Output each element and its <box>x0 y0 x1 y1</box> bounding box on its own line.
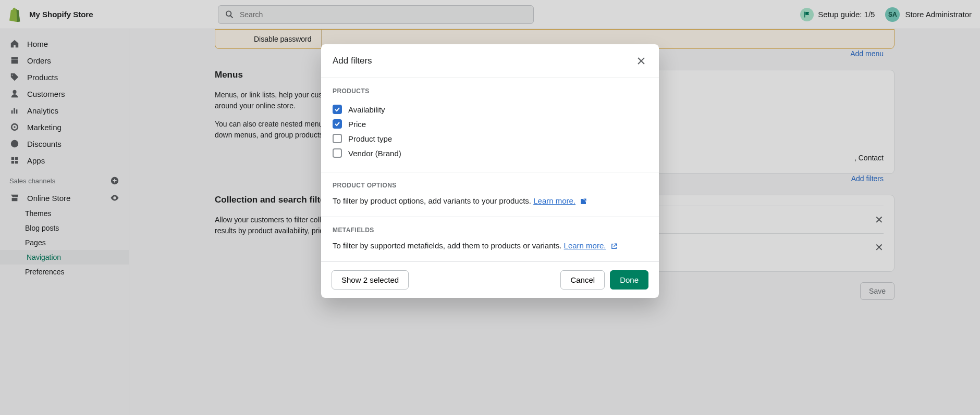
modal-section-title: METAFIELDS <box>333 227 647 234</box>
modal-section-title: PRODUCTS <box>333 87 647 95</box>
show-selected-button[interactable]: Show 2 selected <box>332 270 409 290</box>
modal-body: PRODUCTS Availability Price Product type <box>321 78 659 261</box>
done-button[interactable]: Done <box>610 270 648 290</box>
external-link-icon <box>580 198 587 205</box>
modal-section-product-options: PRODUCT OPTIONS To filter by product opt… <box>321 172 659 217</box>
checkbox-price[interactable] <box>333 119 342 129</box>
modal-section-products: PRODUCTS Availability Price Product type <box>321 78 659 172</box>
checkbox-label: Product type <box>348 134 392 143</box>
modal-footer: Show 2 selected Cancel Done <box>321 261 659 298</box>
checkbox-vendor[interactable] <box>333 148 342 158</box>
modal-title: Add filters <box>333 56 372 66</box>
checkbox-row-vendor[interactable]: Vendor (Brand) <box>333 146 647 160</box>
checkbox-row-price[interactable]: Price <box>333 117 647 131</box>
learn-more-link[interactable]: Learn more. <box>533 196 575 205</box>
checkbox-row-product-type[interactable]: Product type <box>333 131 647 146</box>
checkbox-availability[interactable] <box>333 105 342 114</box>
external-link-icon <box>610 243 618 250</box>
checkbox-row-availability[interactable]: Availability <box>333 102 647 117</box>
modal-section-metafields: METAFIELDS To filter by supported metafi… <box>321 217 659 261</box>
check-icon <box>334 106 340 112</box>
metafields-help-text: To filter by supported metafields, add t… <box>333 241 647 250</box>
cancel-button[interactable]: Cancel <box>560 270 605 290</box>
modal-close-button[interactable] <box>635 55 647 67</box>
options-help-text: To filter by product options, add varian… <box>333 196 647 205</box>
add-filters-modal: Add filters PRODUCTS Availability Price <box>321 44 659 298</box>
modal-section-title: PRODUCT OPTIONS <box>333 182 647 189</box>
learn-more-link[interactable]: Learn more. <box>564 241 606 250</box>
checkbox-product-type[interactable] <box>333 134 342 143</box>
modal-header: Add filters <box>321 44 659 78</box>
checkbox-label: Price <box>348 120 366 129</box>
checkbox-label: Availability <box>348 105 385 114</box>
close-icon <box>636 56 646 66</box>
check-icon <box>334 121 340 127</box>
checkbox-label: Vendor (Brand) <box>348 149 401 158</box>
